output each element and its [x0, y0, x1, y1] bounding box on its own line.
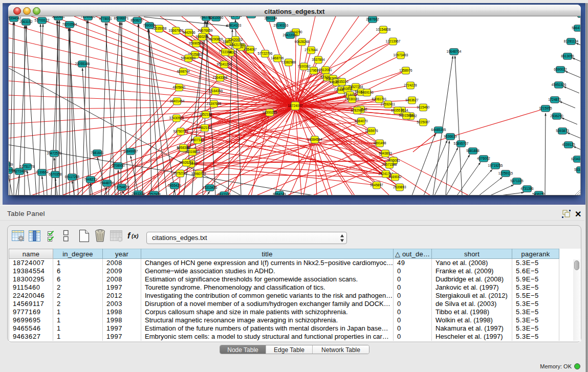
svg-text:93760773: 93760773 — [173, 129, 188, 133]
svg-text:2179699: 2179699 — [307, 69, 320, 72]
svg-text:85394042: 85394042 — [9, 16, 21, 20]
svg-text:39472579: 39472579 — [47, 151, 62, 155]
svg-text:21643368: 21643368 — [213, 76, 228, 79]
svg-text:3591184: 3591184 — [265, 16, 277, 20]
svg-text:9115460: 9115460 — [417, 105, 430, 109]
svg-text:58940600: 58940600 — [181, 56, 196, 60]
svg-text:81281134: 81281134 — [564, 39, 579, 43]
svg-text:33960779: 33960779 — [191, 172, 206, 176]
svg-text:10648764: 10648764 — [447, 50, 462, 53]
svg-text:53895707: 53895707 — [454, 142, 469, 145]
svg-text:6670358: 6670358 — [49, 172, 62, 176]
svg-text:45951526: 45951526 — [552, 83, 567, 86]
svg-text:7681641: 7681641 — [91, 151, 104, 155]
svg-text:9636619: 9636619 — [444, 135, 457, 138]
svg-text:37430528: 37430528 — [169, 116, 184, 120]
svg-text:30926211: 30926211 — [179, 161, 194, 164]
svg-text:2757909: 2757909 — [147, 192, 161, 195]
svg-text:20055346: 20055346 — [75, 62, 90, 65]
svg-text:9782983: 9782983 — [351, 108, 364, 112]
svg-text:9463627: 9463627 — [405, 98, 419, 102]
svg-text:5393873: 5393873 — [556, 129, 569, 133]
svg-text:21397668: 21397668 — [207, 102, 222, 105]
svg-text:5537332: 5537332 — [217, 193, 231, 195]
svg-text:5538612: 5538612 — [574, 168, 581, 171]
svg-text:36752197: 36752197 — [173, 171, 188, 175]
svg-text:78149300: 78149300 — [81, 16, 96, 18]
svg-text:4442936: 4442936 — [182, 31, 195, 34]
svg-text:f: f — [127, 231, 131, 240]
svg-text:19719255: 19719255 — [488, 164, 503, 167]
svg-text:7139664: 7139664 — [35, 170, 49, 174]
svg-text:79203339: 79203339 — [9, 163, 13, 166]
svg-text:2724228: 2724228 — [404, 83, 417, 87]
svg-text:18300295: 18300295 — [263, 111, 277, 114]
svg-text:19814103: 19814103 — [227, 24, 242, 27]
svg-text:29190316: 29190316 — [274, 24, 289, 27]
svg-text:4076002: 4076002 — [477, 157, 490, 160]
svg-text:98915866: 98915866 — [399, 114, 414, 117]
svg-text:4698744: 4698744 — [177, 70, 190, 73]
svg-text:7990009: 7990009 — [143, 24, 156, 27]
svg-text:35990584: 35990584 — [189, 41, 204, 45]
svg-text:78203564: 78203564 — [62, 23, 77, 26]
svg-text:6935510: 6935510 — [391, 108, 404, 112]
svg-text:96319863: 96319863 — [185, 150, 200, 154]
svg-text:3891498: 3891498 — [373, 141, 386, 145]
svg-text:1462193: 1462193 — [198, 126, 211, 129]
svg-text:2836290: 2836290 — [550, 114, 563, 118]
svg-text:12213967: 12213967 — [386, 39, 401, 43]
svg-text:5169042: 5169042 — [388, 175, 402, 179]
svg-text:3852188: 3852188 — [199, 113, 212, 116]
svg-text:18724007: 18724007 — [288, 104, 303, 107]
svg-text:83061791: 83061791 — [372, 97, 387, 101]
svg-text:2639893: 2639893 — [393, 185, 406, 189]
svg-text:27592411: 27592411 — [381, 102, 396, 106]
svg-text:3537804: 3537804 — [312, 58, 325, 61]
svg-text:5037248: 5037248 — [229, 16, 242, 17]
svg-text:57722796: 57722796 — [258, 52, 273, 55]
svg-text:2717644: 2717644 — [304, 48, 318, 52]
svg-text:96290869: 96290869 — [208, 37, 223, 41]
svg-text:79571586: 79571586 — [382, 163, 397, 166]
svg-text:73382988: 73382988 — [281, 60, 296, 64]
svg-text:4805841: 4805841 — [172, 85, 186, 89]
svg-text:5650401: 5650401 — [52, 16, 65, 18]
svg-text:7100362: 7100362 — [297, 64, 311, 68]
svg-text:15313436: 15313436 — [203, 186, 217, 189]
svg-text:8958388: 8958388 — [177, 146, 190, 149]
svg-text:5436751: 5436751 — [532, 192, 546, 195]
svg-text:1724871: 1724871 — [548, 98, 561, 101]
svg-text:4354067: 4354067 — [244, 48, 257, 51]
svg-text:5371335: 5371335 — [510, 179, 524, 183]
svg-text:32420002: 32420002 — [228, 38, 243, 41]
svg-text:8508277: 8508277 — [130, 18, 144, 22]
svg-text:64485395: 64485395 — [431, 128, 446, 132]
svg-text:5681888: 5681888 — [466, 149, 480, 152]
svg-text:5455429: 5455429 — [168, 184, 181, 187]
svg-text:4039125: 4039125 — [562, 143, 575, 146]
svg-text:31667923: 31667923 — [169, 29, 184, 32]
svg-text:52410090: 52410090 — [209, 16, 224, 19]
svg-text:2893308: 2893308 — [132, 192, 145, 195]
svg-text:5864735: 5864735 — [572, 26, 581, 30]
svg-text:7312081: 7312081 — [319, 68, 332, 72]
svg-text:1358976: 1358976 — [399, 69, 412, 72]
svg-text:19384554: 19384554 — [308, 138, 322, 141]
svg-text:9778001: 9778001 — [99, 17, 112, 20]
svg-text:95421789: 95421789 — [230, 43, 245, 47]
svg-text:77330181: 77330181 — [345, 97, 360, 101]
svg-text:95341298: 95341298 — [217, 62, 232, 66]
svg-text:5645897: 5645897 — [370, 183, 383, 187]
svg-text:3215955: 3215955 — [539, 106, 552, 110]
svg-text:8613056: 8613056 — [561, 54, 574, 58]
svg-text:9860206: 9860206 — [195, 35, 209, 38]
svg-text:78754679: 78754679 — [115, 185, 129, 189]
svg-text:2063152: 2063152 — [19, 20, 33, 24]
svg-text:29676659: 29676659 — [198, 29, 213, 32]
svg-text:12259115: 12259115 — [498, 171, 513, 175]
svg-text:3708950: 3708950 — [112, 164, 125, 167]
svg-text:8807342: 8807342 — [191, 138, 204, 142]
svg-text:72164355: 72164355 — [208, 89, 223, 93]
svg-text:85096671: 85096671 — [114, 16, 129, 20]
